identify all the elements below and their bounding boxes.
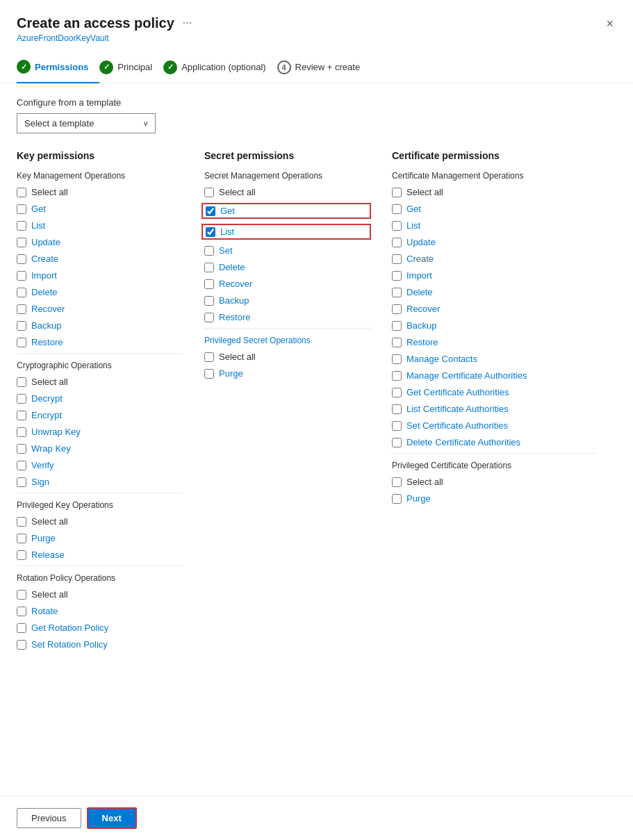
cert-management-section-title: Certificate Management Operations [392,171,595,181]
step-review[interactable]: 4 Review + create [277,60,372,83]
key-get-checkbox[interactable] [17,204,26,214]
key-list-checkbox[interactable] [17,221,26,231]
step-principal[interactable]: ✓ Principal [99,60,163,83]
privsecret-purge-checkbox[interactable] [204,369,214,379]
cert-create-checkbox[interactable] [392,254,402,264]
template-dropdown[interactable]: Select a template ∨ [17,113,156,133]
permissions-grid: Key permissions Key Management Operation… [17,150,616,655]
cert-restore-checkbox[interactable] [392,338,402,347]
key-recover-checkbox[interactable] [17,304,26,314]
crypto-select-all-row: Select all [17,376,183,388]
step-application[interactable]: ✓ Application (optional) [163,60,277,83]
key-select-all-row: Select all [17,186,183,198]
close-button[interactable]: × [603,14,616,34]
key-backup-checkbox[interactable] [17,321,26,331]
cert-set-ca-row: Set Certificate Authorities [392,420,595,431]
next-button[interactable]: Next [87,807,137,829]
secret-select-all-row: Select all [204,186,371,198]
step-permissions-label: Permissions [35,62,88,72]
cert-import-label: Import [406,270,432,281]
cert-manage-ca-label: Manage Certificate Authorities [406,370,527,381]
step-permissions[interactable]: ✓ Permissions [17,60,99,83]
more-options-button[interactable]: ··· [180,14,195,32]
cert-get-ca-checkbox[interactable] [392,388,402,397]
crypto-decrypt-checkbox[interactable] [17,394,26,404]
cert-delete-checkbox[interactable] [392,288,402,297]
key-list-label: List [31,220,45,231]
privkey-select-all-label: Select all [31,516,68,527]
key-recover-row: Recover [17,303,183,315]
cert-recover-checkbox[interactable] [392,304,402,314]
crypto-encrypt-row: Encrypt [17,409,183,421]
cert-select-all-label: Select all [406,187,443,197]
template-label: Configure from a template [17,97,616,108]
cert-manage-contacts-checkbox[interactable] [392,354,402,364]
crypto-encrypt-checkbox[interactable] [17,411,26,420]
key-delete-row: Delete [17,286,183,298]
privsecret-select-all-checkbox[interactable] [204,352,214,362]
rotation-get-checkbox[interactable] [17,623,26,633]
secret-get-checkbox[interactable] [206,206,215,216]
rotation-section-title: Rotation Policy Operations [17,573,183,583]
cert-list-row: List [392,220,595,231]
key-list-row: List [17,220,183,231]
dialog-title: Create an access policy [17,15,174,31]
crypto-verify-checkbox[interactable] [17,461,26,470]
crypto-sign-checkbox[interactable] [17,477,26,487]
key-update-checkbox[interactable] [17,238,26,247]
key-permissions-column: Key permissions Key Management Operation… [17,150,204,655]
cert-select-all-checkbox[interactable] [392,188,402,197]
cert-get-label: Get [406,204,421,214]
rotation-set-checkbox[interactable] [17,640,26,650]
rotation-get-label: Get Rotation Policy [31,623,108,633]
secret-recover-row: Recover [204,278,371,290]
rotation-rotate-checkbox[interactable] [17,607,26,616]
cert-backup-checkbox[interactable] [392,321,402,331]
privkey-select-all-checkbox[interactable] [17,517,26,527]
secret-select-all-checkbox[interactable] [204,188,214,197]
secret-list-checkbox[interactable] [206,227,215,237]
cert-list-ca-checkbox[interactable] [392,404,402,414]
secret-restore-row: Restore [204,311,371,323]
secret-delete-checkbox[interactable] [204,263,214,272]
key-import-row: Import [17,270,183,281]
privkey-purge-checkbox[interactable] [17,534,26,543]
privcert-purge-checkbox[interactable] [392,494,402,504]
key-restore-checkbox[interactable] [17,338,26,347]
cert-update-checkbox[interactable] [392,238,402,247]
certificate-permissions-title: Certificate permissions [392,150,595,161]
secret-permissions-column: Secret permissions Secret Management Ope… [204,150,392,655]
secret-backup-checkbox[interactable] [204,296,214,306]
privkey-release-checkbox[interactable] [17,550,26,560]
secret-recover-checkbox[interactable] [204,279,214,289]
cert-restore-label: Restore [406,337,438,347]
cert-list-checkbox[interactable] [392,221,402,231]
key-import-checkbox[interactable] [17,271,26,281]
key-select-all-checkbox[interactable] [17,188,26,197]
key-get-row: Get [17,203,183,215]
cert-create-label: Create [406,254,434,264]
crypto-select-all-checkbox[interactable] [17,377,26,387]
crypto-wrapkey-checkbox[interactable] [17,444,26,454]
key-delete-checkbox[interactable] [17,288,26,297]
key-create-checkbox[interactable] [17,254,26,264]
cert-get-checkbox[interactable] [392,204,402,214]
cert-delete-ca-checkbox[interactable] [392,438,402,447]
secret-restore-label: Restore [219,312,251,322]
key-import-label: Import [31,270,57,281]
secret-restore-checkbox[interactable] [204,313,214,322]
crypto-unwrapkey-row: Unwrap Key [17,426,183,438]
key-backup-label: Backup [31,320,61,331]
cert-manage-ca-checkbox[interactable] [392,371,402,381]
key-backup-row: Backup [17,320,183,331]
cert-import-checkbox[interactable] [392,271,402,281]
previous-button[interactable]: Previous [17,808,81,828]
crypto-unwrapkey-checkbox[interactable] [17,427,26,437]
secret-set-checkbox[interactable] [204,246,214,256]
step-review-label: Review + create [295,62,361,72]
privcert-purge-label: Purge [406,493,431,504]
rotation-select-all-checkbox[interactable] [17,590,26,600]
step-application-label: Application (optional) [181,62,265,72]
cert-set-ca-checkbox[interactable] [392,421,402,431]
privcert-select-all-checkbox[interactable] [392,477,402,487]
